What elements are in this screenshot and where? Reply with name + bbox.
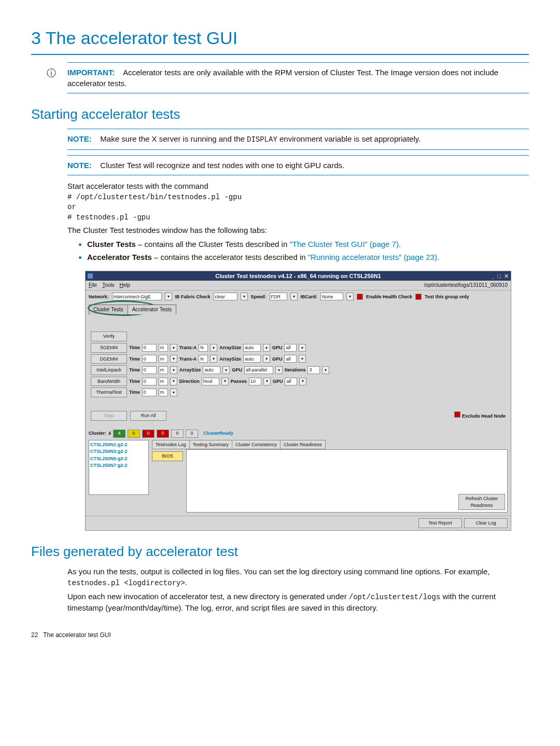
- cmd1: # /opt/clustertest/bin/testnodes.pl -gpu: [67, 192, 529, 203]
- sgemm-transa[interactable]: N: [199, 344, 208, 352]
- note1: NOTE: Make sure the X server is running …: [67, 129, 529, 150]
- link-running-accel[interactable]: "Running accelerator tests" (page 23): [308, 253, 437, 261]
- cluster-count-grey1[interactable]: 0: [171, 430, 184, 438]
- dgemm-gpu[interactable]: all: [284, 355, 297, 363]
- bullet-accel-tests: Accelerator Tests – contains the acceler…: [87, 252, 529, 263]
- band-gpu[interactable]: all: [285, 378, 297, 385]
- test-report-button[interactable]: Test Report: [418, 518, 462, 528]
- list-item[interactable]: CTSL250N7:g2-2: [90, 462, 147, 469]
- network-select[interactable]: Interconnect-GigE: [112, 293, 162, 300]
- menu-tools[interactable]: Tools: [102, 282, 114, 289]
- log-panel: Refresh Cluster Readiness: [186, 449, 508, 513]
- cmd-or: or: [67, 202, 529, 213]
- subtab-cluster-consistency[interactable]: Cluster Consistency: [232, 440, 281, 450]
- dgemm-arraysize[interactable]: auto: [243, 355, 261, 363]
- stop-button[interactable]: Stop: [91, 411, 127, 421]
- cluster-ready: ClusterReady: [203, 430, 233, 437]
- window-title: Cluster Test testnodes v4.12 - x86_64 ru…: [215, 272, 381, 280]
- list-item[interactable]: CTSL250N3:g2-2: [90, 448, 147, 455]
- minimize-icon[interactable]: _: [491, 272, 494, 280]
- important-callout: ⓘ IMPORTANT: Accelerator tests are only …: [67, 62, 529, 93]
- node-list[interactable]: CTSL250N1:g2-2 CTSL250N3:g2-2 CTSL250N5:…: [89, 440, 149, 495]
- exclude-head-checkbox[interactable]: [454, 411, 460, 418]
- testnodes-window: Cluster Test testnodes v4.12 - x86_64 ru…: [85, 271, 511, 530]
- subtab-cluster-readiness[interactable]: Cluster Readiness: [280, 440, 326, 450]
- subtab-testing-summary[interactable]: Testing Summary: [189, 440, 233, 450]
- thermaltest-button[interactable]: ThermalTest: [91, 388, 127, 397]
- list-item[interactable]: CTSL250N1:g2-2: [90, 441, 147, 448]
- therm-time-input[interactable]: 0: [142, 389, 157, 396]
- intel-arraysize[interactable]: auto: [203, 366, 220, 374]
- cluster-count-grey2[interactable]: 0: [186, 430, 198, 438]
- link-cluster-test-gui[interactable]: "The Cluster Test GUI" (page 7): [289, 240, 398, 248]
- speed-label: Speed:: [251, 294, 267, 300]
- band-time-input[interactable]: 0: [142, 378, 157, 385]
- verify-button[interactable]: Verify: [91, 331, 127, 341]
- page-title: 3 The accelerator test GUI: [31, 26, 529, 55]
- note2: NOTE: Cluster Test will recognize and te…: [67, 155, 529, 175]
- refresh-cluster-button[interactable]: Refresh Cluster Readiness: [458, 494, 505, 510]
- bios-button[interactable]: BIOS: [152, 451, 183, 461]
- page-footer: 22 The accelerator test GUI: [31, 631, 529, 640]
- dgemm-transa[interactable]: N: [199, 355, 208, 363]
- start-cmd-intro: Start accelerator tests with the command: [67, 181, 529, 191]
- section-files: Files generated by accelerator test: [31, 542, 529, 561]
- bullet-cluster-tests: Cluster Tests – contains all the Cluster…: [87, 239, 529, 250]
- ibfabric-label: IB Fabric Check: [175, 294, 211, 300]
- important-label: IMPORTANT:: [67, 68, 115, 77]
- subtab-testnodes-log[interactable]: Testnodes Log: [152, 440, 190, 450]
- runall-button[interactable]: Run All: [130, 411, 166, 421]
- intelinpack-button[interactable]: IntelLinpack: [91, 365, 127, 375]
- cluster-label: Cluster:: [89, 430, 106, 437]
- window-icon: [88, 273, 93, 279]
- files-p1: As you run the tests, output is collecte…: [67, 566, 529, 589]
- group-only-checkbox[interactable]: [415, 294, 422, 300]
- bandwidth-button[interactable]: BandWidth: [91, 377, 127, 386]
- band-passes[interactable]: 10: [249, 378, 261, 385]
- tabs-intro: The Cluster Test testnodes window has th…: [67, 225, 529, 236]
- files-p2: Upon each new invocation of accelerator …: [67, 591, 529, 614]
- tab-accelerator-tests[interactable]: Accelerator Tests: [128, 305, 177, 314]
- menu-help[interactable]: Help: [119, 282, 130, 289]
- log-path: /opt/clustertest/logs/131011_060910: [424, 282, 508, 289]
- important-icon: ⓘ: [47, 67, 56, 80]
- sgemm-button[interactable]: SGEMM: [91, 343, 127, 353]
- ibcard-select[interactable]: None: [320, 293, 343, 300]
- list-item[interactable]: CTSL250N5:g2-2: [90, 455, 147, 462]
- dropdown-icon[interactable]: ▾: [165, 293, 172, 300]
- sgemm-gpu[interactable]: all: [284, 344, 297, 352]
- cluster-count-green[interactable]: 4: [113, 430, 125, 438]
- speed-select[interactable]: FDR: [270, 293, 287, 300]
- maximize-icon[interactable]: □: [497, 272, 501, 280]
- section-starting: Starting accelerator tests: [31, 105, 529, 123]
- window-titlebar: Cluster Test testnodes v4.12 - x86_64 ru…: [86, 271, 511, 281]
- tab-cluster-tests[interactable]: Cluster Tests: [89, 305, 128, 314]
- sgemm-time-input[interactable]: 0: [142, 344, 157, 352]
- network-label: Network:: [89, 294, 109, 300]
- intel-time-input[interactable]: 0: [142, 366, 157, 374]
- intel-gpu[interactable]: all-parallel: [244, 366, 273, 374]
- important-text: Accelerator tests are only available wit…: [67, 68, 498, 88]
- sgemm-arraysize[interactable]: auto: [243, 344, 261, 352]
- ibcard-label: IBCard:: [301, 294, 318, 300]
- note-label: NOTE:: [67, 134, 92, 143]
- band-direction[interactable]: htod: [202, 378, 219, 385]
- dgemm-button[interactable]: DGEMM: [91, 354, 127, 364]
- ibfabric-select[interactable]: clear: [214, 293, 237, 300]
- close-icon[interactable]: ✕: [504, 272, 509, 280]
- intel-iterations[interactable]: 3: [307, 366, 320, 374]
- cluster-count-red2[interactable]: 0: [157, 430, 169, 438]
- clear-log-button[interactable]: Clear Log: [464, 518, 508, 528]
- health-check-checkbox[interactable]: [357, 294, 363, 300]
- menu-file[interactable]: File: [89, 282, 97, 289]
- dgemm-time-input[interactable]: 0: [142, 355, 157, 363]
- cluster-count-yellow[interactable]: 0: [128, 430, 140, 438]
- cmd2: # testnodes.pl -gpu: [67, 213, 529, 223]
- cluster-count-red1[interactable]: 0: [142, 430, 155, 438]
